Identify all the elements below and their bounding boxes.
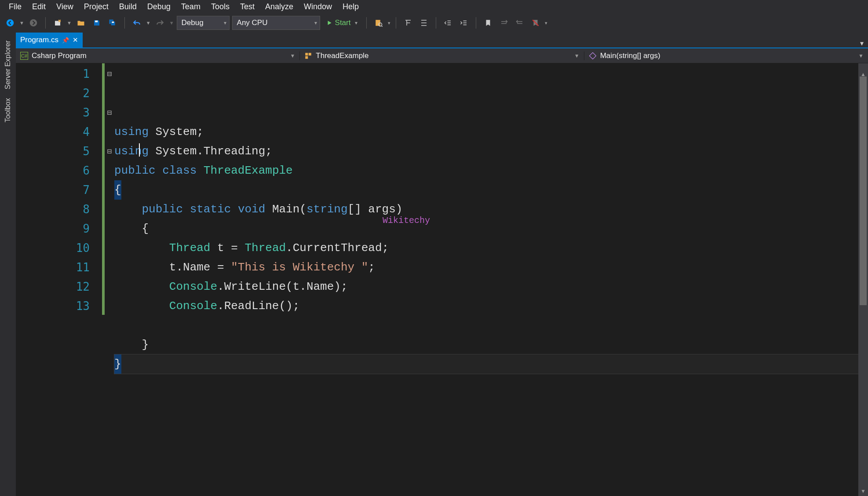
menu-project[interactable]: Project (79, 2, 114, 11)
menu-team[interactable]: Team (176, 2, 206, 11)
find-in-files-button[interactable] (372, 16, 385, 29)
fold-toggle-icon[interactable]: ⊟ (105, 103, 114, 122)
left-tool-rail: Server Explorer Toolbox (0, 33, 16, 496)
nav-forward-button[interactable] (27, 16, 40, 29)
fold-guide (105, 277, 114, 296)
document-tab-program[interactable]: Program.cs 📌 ✕ (16, 33, 83, 47)
code-line[interactable]: t.Name = "This is Wikitechy "; (114, 258, 868, 277)
chevron-down-icon[interactable]: ▾ (545, 20, 547, 26)
menu-file[interactable]: File (4, 2, 27, 11)
editor-zone: Program.cs 📌 ✕ ▾ C# Csharp Program ▼ Thr… (16, 33, 868, 496)
menu-window[interactable]: Window (299, 2, 337, 11)
line-number: 2 (40, 84, 90, 103)
line-number-gutter: 12345678910111213 (40, 63, 102, 496)
editor-margin (16, 63, 40, 496)
bookmark-button[interactable] (481, 16, 495, 29)
tab-overflow-icon[interactable]: ▾ (856, 39, 868, 47)
chevron-down-icon: ▼ (574, 53, 580, 59)
line-number: 9 (40, 219, 90, 238)
code-line[interactable]: using System.Threading; (114, 142, 868, 161)
clear-bookmarks-button[interactable] (529, 16, 542, 29)
code-line[interactable]: } (114, 335, 868, 354)
code-line[interactable]: public class ThreadExample (114, 161, 868, 180)
code-line[interactable] (114, 316, 868, 335)
menu-tools[interactable]: Tools (206, 2, 235, 11)
line-number: 7 (40, 180, 90, 200)
change-indicator (102, 63, 105, 315)
menu-analyze[interactable]: Analyze (260, 2, 299, 11)
outdent-button[interactable] (441, 16, 455, 29)
close-icon[interactable]: ✕ (73, 36, 78, 44)
nav-member-dropdown[interactable]: Main(string[] args) ▼ (584, 51, 868, 60)
platform-dropdown[interactable]: Any CPU (232, 16, 320, 30)
scrollbar-thumb[interactable] (860, 77, 867, 305)
svg-rect-12 (589, 52, 596, 59)
code-line[interactable]: } (114, 354, 868, 374)
code-line[interactable]: { (114, 180, 868, 200)
code-line[interactable]: using System; (114, 122, 868, 142)
menu-debug[interactable]: Debug (142, 2, 176, 11)
chevron-down-icon[interactable]: ▼ (146, 20, 151, 26)
method-icon (589, 52, 597, 60)
toolbox-tab[interactable]: Toolbox (4, 98, 12, 122)
code-line[interactable]: Console.ReadLine(); (114, 296, 868, 316)
line-number: 5 (40, 142, 90, 161)
svg-point-1 (30, 19, 37, 27)
fold-guide (105, 296, 114, 316)
open-file-button[interactable] (74, 16, 88, 29)
nav-type-dropdown[interactable]: ThreadExample ▼ (300, 51, 584, 60)
menu-view[interactable]: View (51, 2, 79, 11)
code-line[interactable]: Console.WriteLine(t.Name); (114, 277, 868, 296)
code-line[interactable]: public static void Main(string[] args) (114, 200, 868, 219)
fold-guide (105, 238, 114, 258)
code-editor[interactable]: 12345678910111213 ⊟⊟⊟ Wikitechy using Sy… (16, 63, 868, 496)
chevron-down-icon[interactable]: ▼ (19, 20, 24, 26)
nav-back-button[interactable] (4, 16, 17, 29)
comment-button[interactable] (497, 16, 511, 29)
undo-button[interactable] (130, 16, 143, 29)
fold-toggle-icon[interactable]: ⊟ (105, 64, 114, 84)
fold-guide (105, 219, 114, 238)
class-icon (304, 52, 312, 60)
save-button[interactable] (90, 16, 103, 29)
svg-rect-4 (112, 22, 114, 23)
scroll-down-icon[interactable]: ▼ (858, 486, 868, 496)
vertical-scrollbar[interactable]: ▲ ▼ (858, 63, 868, 496)
chevron-down-icon[interactable]: ▼ (169, 20, 174, 26)
nav-project-label: Csharp Program (32, 51, 87, 60)
line-number: 10 (40, 238, 90, 258)
fold-guide (105, 161, 114, 180)
config-dropdown[interactable]: Debug (177, 16, 230, 30)
menu-help[interactable]: Help (337, 2, 364, 11)
new-project-button[interactable] (51, 16, 64, 29)
fold-guide (105, 258, 114, 277)
start-debug-button[interactable]: Start (323, 16, 361, 30)
document-tabstrip: Program.cs 📌 ✕ ▾ (16, 33, 868, 48)
redo-button[interactable] (153, 16, 167, 29)
save-all-button[interactable] (106, 16, 119, 29)
menu-edit[interactable]: Edit (27, 2, 51, 11)
code-line[interactable]: Thread t = Thread.CurrentThread; (114, 238, 868, 258)
server-explorer-tab[interactable]: Server Explorer (4, 40, 12, 89)
uncomment-button[interactable] (513, 16, 526, 29)
fold-toggle-icon[interactable]: ⊟ (105, 142, 114, 161)
line-number: 8 (40, 200, 90, 219)
line-number: 13 (40, 296, 90, 316)
nav-project-dropdown[interactable]: C# Csharp Program ▼ (16, 51, 300, 60)
step-into-icon[interactable] (401, 16, 415, 29)
indent-button[interactable] (457, 16, 470, 29)
code-text-area[interactable]: Wikitechy using System;using System.Thre… (114, 63, 868, 496)
pin-icon[interactable]: 📌 (62, 37, 69, 44)
workspace: Server Explorer Toolbox Program.cs 📌 ✕ ▾… (0, 33, 868, 496)
chevron-down-icon: ▼ (290, 53, 295, 59)
menu-test[interactable]: Test (235, 2, 260, 11)
chevron-down-icon[interactable]: ▼ (67, 20, 72, 26)
code-line[interactable]: { (114, 219, 868, 238)
menu-build[interactable]: Build (114, 2, 142, 11)
fold-gutter[interactable]: ⊟⊟⊟ (105, 63, 114, 496)
chevron-down-icon[interactable]: ▾ (388, 20, 390, 26)
chevron-down-icon: ▼ (858, 53, 864, 59)
document-tab-title: Program.cs (20, 36, 58, 44)
line-number: 4 (40, 122, 90, 142)
step-over-icon[interactable] (417, 16, 430, 29)
